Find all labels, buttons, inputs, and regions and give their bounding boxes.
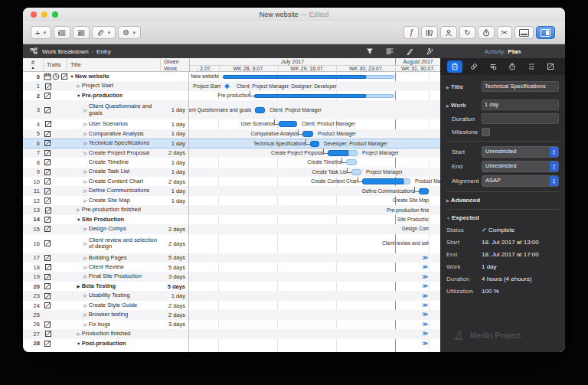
table-row[interactable]: 1▷Project Start (23, 81, 188, 90)
gantt-row[interactable]: Site Production (189, 215, 440, 224)
minimize-window-button[interactable] (41, 11, 47, 18)
activity-marker-icon[interactable]: ▷ (83, 107, 89, 114)
disclosure-expanded-icon[interactable]: ▼ (76, 217, 82, 223)
brush-icon[interactable] (406, 47, 413, 55)
task-bar[interactable] (419, 188, 429, 194)
table-row[interactable]: 4▷User Scenarios1 day (23, 119, 188, 129)
gantt-row[interactable]: Technical SpecificationsDeveloper; Produ… (189, 139, 440, 148)
task-bar[interactable] (346, 159, 357, 165)
settings-button[interactable]: ⚙▼ (118, 26, 141, 39)
activity-marker-icon[interactable]: ▷ (83, 131, 89, 138)
offscreen-indicator[interactable]: ≫ (422, 341, 428, 347)
offscreen-indicator[interactable]: ≫ (422, 331, 428, 337)
tab-finances[interactable] (485, 60, 501, 73)
gantt-row[interactable]: Define Communications (189, 186, 440, 195)
gantt-row[interactable]: Pre-production finished (189, 205, 440, 214)
activity-marker-icon[interactable]: ▷ (83, 226, 89, 233)
column-header-traits[interactable]: Traits (44, 58, 67, 71)
gantt-row[interactable]: Create Timeline (189, 158, 440, 167)
close-window-button[interactable] (31, 11, 37, 18)
table-row[interactable]: 7▷Create Project Proposal2 days (23, 148, 188, 158)
gantt-row[interactable]: ≫ (189, 263, 440, 272)
table-row[interactable]: 27▷Production finished (23, 329, 188, 338)
gantt-row[interactable]: Project Start◆Client; Project Manager; D… (189, 81, 440, 90)
table-row[interactable]: 17▷Building Pages5 days (23, 253, 188, 263)
offscreen-indicator[interactable]: ≫ (422, 302, 428, 308)
duration-field[interactable] (482, 113, 559, 124)
resources-button[interactable] (440, 26, 457, 39)
activity-marker-icon[interactable]: ▷ (83, 264, 89, 271)
gantt-row[interactable]: ≫ (189, 282, 440, 291)
add-button[interactable]: +▼ (31, 26, 51, 39)
table-row[interactable]: 8Create Timeline1 day (23, 158, 188, 167)
gantt-row[interactable]: ≫ (189, 339, 440, 348)
progress-button[interactable] (478, 26, 495, 39)
gantt-row[interactable]: Comparative AnalysisProduct Manager (189, 129, 440, 139)
activity-marker-icon[interactable]: ▷ (83, 240, 89, 247)
activity-marker-icon[interactable]: ▷ (83, 197, 89, 204)
gantt-row[interactable]: ≫ (189, 272, 440, 281)
disclosure-collapsed-icon[interactable]: ▶ (76, 283, 82, 290)
breadcrumb-section[interactable]: Entry (96, 48, 111, 55)
table-row[interactable]: 18▷Client Review5 days (23, 263, 188, 272)
table-row[interactable]: 28▼Post-production (23, 339, 188, 348)
table-row[interactable]: 0▼New website (23, 72, 188, 81)
activity-marker-icon[interactable]: ▷ (83, 321, 89, 328)
tab-note[interactable] (543, 60, 558, 73)
column-header-title[interactable]: Title (67, 58, 161, 71)
table-row[interactable]: 13▷Pre-production finished (23, 205, 188, 214)
gantt-row[interactable]: ≫ (189, 329, 440, 338)
table-row[interactable]: 24▷Create Style Guide2 days (23, 301, 188, 310)
table-row[interactable]: 26▷Fix bugs3 days (23, 320, 188, 329)
offscreen-indicator[interactable]: ≫ (422, 255, 428, 261)
activity-marker-icon[interactable]: ▷ (83, 255, 89, 262)
column-header-given-work[interactable]: Given Work (161, 58, 189, 71)
gantt-row[interactable]: Create Task ListProject Manager (189, 168, 440, 177)
disclosure-expanded-icon[interactable]: ▼ (69, 73, 75, 80)
table-row[interactable]: 10▷Create Content Chart2 days (23, 177, 188, 186)
gantt-row[interactable]: Pre-production (189, 91, 440, 100)
table-row[interactable]: 15▷Design Comps2 days (23, 224, 188, 233)
gantt-row[interactable]: ≫ (189, 253, 440, 263)
gantt-row[interactable]: ≫ (189, 291, 440, 300)
task-bar[interactable] (279, 121, 297, 127)
activity-marker-icon[interactable]: ▷ (83, 150, 89, 157)
activity-marker-icon[interactable]: ▷ (76, 83, 82, 90)
cut-button[interactable]: ✂ (497, 26, 512, 39)
outdent-button[interactable] (73, 26, 90, 39)
task-bar[interactable] (310, 141, 319, 147)
summary-bar[interactable] (223, 75, 394, 79)
advanced-section-header[interactable]: ▶Advanced (446, 197, 559, 204)
gantt-row[interactable]: Create Content ChartProduct Manager (189, 177, 440, 186)
activity-marker-icon[interactable]: ▷ (83, 292, 89, 299)
disclosure-expanded-icon[interactable]: ▼ (76, 341, 82, 347)
offscreen-indicator[interactable]: ≫ (422, 264, 428, 270)
gantt-row[interactable]: Create Site Map (189, 196, 440, 205)
activity-marker-icon[interactable]: ▷ (83, 121, 89, 128)
library-button[interactable] (421, 26, 438, 39)
activity-marker-icon[interactable]: ▷ (83, 188, 89, 194)
gantt-row[interactable]: ≫ (189, 310, 440, 319)
task-bar[interactable] (351, 169, 361, 175)
zoom-window-button[interactable] (52, 11, 58, 18)
offscreen-indicator[interactable]: ≫ (422, 312, 428, 318)
tab-time[interactable] (505, 60, 520, 73)
activity-marker-icon[interactable]: ▷ (83, 302, 89, 309)
gantt-row[interactable]: Client review and selection of design (189, 234, 440, 253)
table-row[interactable]: 11▷Define Communications1 day (23, 186, 188, 195)
filter-icon[interactable] (366, 47, 374, 55)
gantt-row[interactable]: Design Comps (189, 224, 440, 233)
gantt-row[interactable]: Create Project ProposalProject Manager (189, 148, 440, 158)
table-row[interactable]: 5▷Comparative Analysis1 day (23, 129, 188, 139)
alignment-select[interactable]: ASAP▲▼ (482, 175, 559, 187)
toggle-bottom-panel-button[interactable] (514, 26, 534, 39)
table-row[interactable]: 20▶Beta Testing5 days (23, 282, 188, 291)
offscreen-indicator[interactable]: ≫ (422, 283, 428, 289)
gantt-row[interactable]: Client Questionnaire and goalsClient; Pr… (189, 100, 440, 119)
task-bar[interactable] (255, 107, 265, 113)
activity-marker-icon[interactable]: ▷ (83, 273, 89, 280)
column-header-number[interactable]: # ▲ (23, 58, 44, 71)
gantt-row[interactable]: ≫ (189, 320, 440, 329)
expected-section-header[interactable]: ▼Expected (446, 214, 559, 221)
start-constraint-select[interactable]: Unrestricted▲▼ (482, 146, 559, 158)
